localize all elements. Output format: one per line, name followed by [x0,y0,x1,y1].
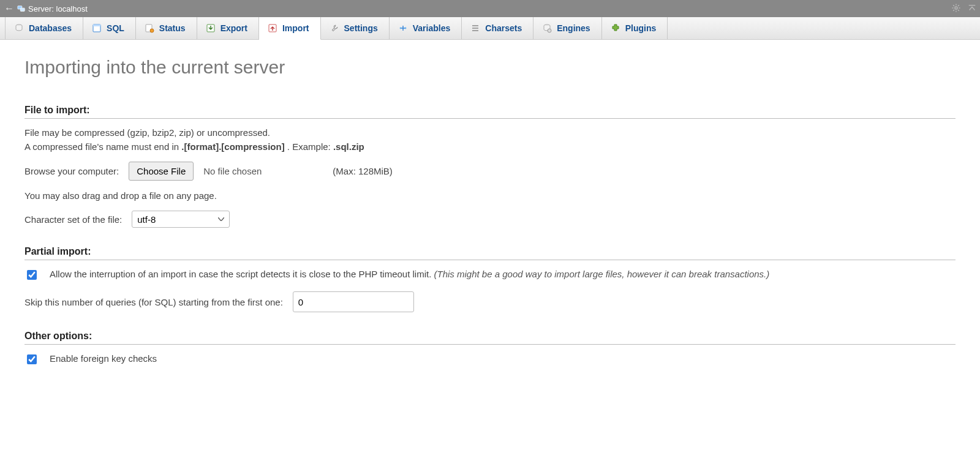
topbar: ← Server: localhost [0,0,980,17]
enable-fk-label: Enable foreign key checks [50,353,157,364]
allow-interrupt-checkbox[interactable] [27,270,37,280]
database-icon [14,23,24,33]
text: A compressed file's name must end in [24,141,181,152]
tab-settings[interactable]: Settings [321,17,390,39]
server-icon [17,4,26,13]
svg-rect-1 [20,8,24,11]
svg-line-10 [958,5,959,6]
no-file-chosen-text: No file chosen [203,166,262,176]
export-icon [206,23,216,33]
skip-queries-input[interactable] [293,291,414,312]
sql-window-icon [92,23,102,33]
tab-label: Status [159,23,186,33]
tab-plugins[interactable]: Plugins [602,17,668,39]
tab-sql[interactable]: SQL [83,17,136,39]
tab-charsets[interactable]: Charsets [462,17,533,39]
page-title: Importing into the current server [24,57,956,78]
tab-import[interactable]: Import [259,17,321,40]
svg-point-25 [548,29,551,32]
svg-rect-14 [93,24,100,26]
choose-file-button[interactable]: Choose File [129,162,194,181]
svg-line-9 [953,10,954,11]
enable-fk-checkbox[interactable] [27,354,37,364]
browse-row: Browse your computer: Choose File No fil… [24,162,956,181]
section-partial-import-heading: Partial import: [24,246,956,260]
tab-label: Import [282,23,309,33]
svg-point-20 [404,28,406,29]
tab-label: Settings [344,23,378,33]
svg-line-8 [958,10,959,11]
wrench-icon [330,23,339,33]
tab-label: Charsets [485,23,522,33]
back-arrow-icon[interactable]: ← [4,3,15,14]
variables-icon [398,23,408,33]
enable-fk-row: Enable foreign key checks [24,353,956,366]
browse-label: Browse your computer: [24,166,119,176]
topbar-title[interactable]: Server: localhost [28,4,88,13]
tab-label: SQL [107,23,124,33]
tab-label: Variables [413,23,451,33]
status-icon [145,23,154,33]
svg-point-2 [955,6,957,9]
charsets-icon [470,23,480,33]
tab-variables[interactable]: Variables [390,17,462,39]
text: . Example: [287,141,333,152]
charset-label: Character set of the file: [24,214,122,225]
main-content: Importing into the current server File t… [0,40,980,392]
svg-point-19 [399,28,401,29]
tab-label: Plugins [625,23,657,33]
format-pattern: .[format].[compression] [181,141,284,152]
charset-select[interactable]: utf-8 [132,211,230,228]
collapse-up-icon[interactable] [968,4,976,14]
text: Allow the interruption of an import in c… [50,269,434,279]
allow-interrupt-hint: (This might be a good way to import larg… [434,269,770,279]
charset-row: Character set of the file: utf-8 [24,211,956,228]
allow-interrupt-row: Allow the interruption of an import in c… [24,269,956,282]
allow-interrupt-label: Allow the interruption of an import in c… [50,269,769,279]
plugin-icon [611,23,620,33]
section-file-to-import-heading: File to import: [24,105,956,119]
file-name-format-note: A compressed file's name must end in .[f… [24,141,956,152]
tab-databases[interactable]: Databases [5,17,83,39]
tab-status[interactable]: Status [136,17,197,39]
svg-point-16 [150,29,154,32]
gear-icon[interactable] [952,4,960,14]
format-example: .sql.zip [333,141,364,152]
tab-export[interactable]: Export [197,17,259,39]
skip-queries-label: Skip this number of queries (for SQL) st… [24,297,283,307]
max-upload-note: (Max: 128MiB) [333,166,393,176]
tab-engines[interactable]: Engines [533,17,601,39]
import-icon [268,23,277,33]
dragdrop-hint: You may also drag and drop a file on any… [24,190,956,201]
tab-label: Export [221,23,247,33]
engines-icon [542,23,552,33]
tab-label: Databases [29,23,72,33]
svg-line-7 [953,5,954,6]
skip-queries-row: Skip this number of queries (for SQL) st… [24,291,956,312]
section-other-options-heading: Other options: [24,331,956,345]
file-compress-note: File may be compressed (gzip, bzip2, zip… [24,127,956,138]
tab-label: Engines [557,23,590,33]
tabs-bar: Databases SQL Status Export Import Setti… [0,17,980,40]
